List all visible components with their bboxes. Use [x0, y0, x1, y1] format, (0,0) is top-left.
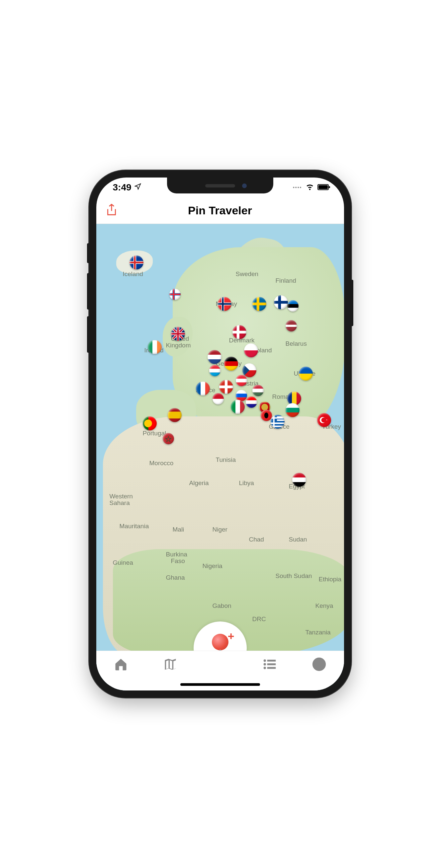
- svg-point-5: [263, 666, 266, 669]
- cell-signal-icon: ••••: [293, 185, 302, 190]
- flag-pin-croatia[interactable]: [246, 397, 257, 408]
- svg-point-3: [263, 659, 266, 662]
- flag-pin-sweden[interactable]: [253, 297, 266, 311]
- page-title: Pin Traveler: [188, 204, 252, 217]
- flag-pin-monaco[interactable]: [212, 393, 224, 404]
- location-icon: [134, 183, 142, 192]
- flag-pin-netherlands[interactable]: [208, 350, 222, 364]
- list-icon: [262, 657, 277, 672]
- flag-pin-spain[interactable]: [168, 408, 182, 422]
- flag-pin-greece[interactable]: [271, 415, 285, 429]
- flag-pin-norway[interactable]: [217, 297, 231, 311]
- flag-pin-albania[interactable]: [261, 410, 272, 421]
- wifi-icon: [305, 182, 314, 193]
- tab-list[interactable]: [260, 657, 280, 673]
- flag-pin-faroe[interactable]: [169, 289, 181, 300]
- svg-rect-6: [267, 660, 275, 662]
- flag-pin-latvia[interactable]: [286, 320, 297, 332]
- flag-pin-portugal[interactable]: [143, 416, 157, 430]
- svg-rect-2: [329, 186, 330, 188]
- flag-pin-turkey[interactable]: [317, 413, 331, 427]
- flag-pin-ukraine[interactable]: [299, 367, 313, 380]
- flag-pin-austria[interactable]: [236, 375, 247, 386]
- flag-pin-ireland[interactable]: [148, 340, 162, 354]
- home-icon: [114, 657, 128, 672]
- flag-pin-germany[interactable]: [224, 357, 238, 371]
- status-time: 3:49: [113, 182, 131, 193]
- flag-pin-switzerland[interactable]: [219, 380, 233, 394]
- flag-pin-uk[interactable]: [171, 327, 185, 341]
- flag-pin-denmark[interactable]: [232, 325, 246, 339]
- flag-pin-finland[interactable]: [274, 295, 288, 309]
- flag-pin-morocco-pin[interactable]: [163, 433, 174, 444]
- flag-pin-poland[interactable]: [244, 343, 258, 358]
- flag-pin-egypt[interactable]: [292, 473, 306, 487]
- profile-icon: [312, 657, 326, 672]
- flag-pin-iceland[interactable]: [129, 255, 143, 270]
- svg-rect-8: [267, 667, 275, 669]
- flag-pin-hungary[interactable]: [253, 385, 264, 396]
- svg-point-10: [317, 660, 321, 664]
- flag-pin-estonia[interactable]: [287, 300, 298, 312]
- map-view[interactable]: IcelandSwedenFinlandNorwayDenmarkUnitedK…: [96, 224, 344, 690]
- flag-pin-slovenia[interactable]: [236, 390, 247, 401]
- tab-home[interactable]: [111, 657, 131, 673]
- flag-pin-bulgaria[interactable]: [286, 403, 299, 417]
- battery-icon: [318, 182, 331, 193]
- tab-map[interactable]: [160, 657, 180, 673]
- share-button[interactable]: [106, 204, 118, 218]
- flag-pin-france[interactable]: [196, 381, 210, 396]
- nav-bar: Pin Traveler: [96, 197, 344, 224]
- svg-rect-1: [319, 185, 328, 189]
- home-indicator[interactable]: [180, 683, 260, 686]
- flag-pin-italy[interactable]: [231, 400, 245, 414]
- svg-rect-7: [267, 663, 275, 665]
- flag-pin-luxembourg[interactable]: [209, 365, 221, 376]
- map-icon: [163, 657, 178, 672]
- svg-point-4: [263, 663, 266, 665]
- flag-pin-czech[interactable]: [242, 363, 256, 377]
- tab-profile[interactable]: [309, 657, 329, 673]
